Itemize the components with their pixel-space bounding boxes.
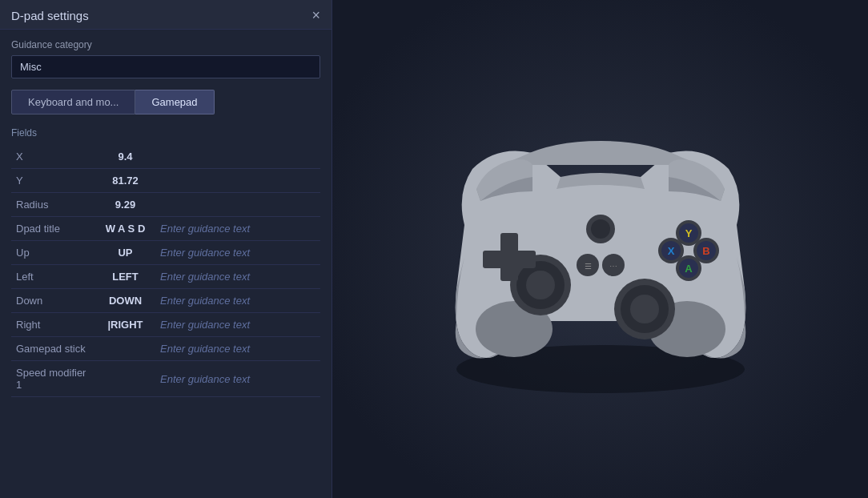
field-name: Dpad title	[11, 217, 95, 241]
field-value[interactable]: 9.4	[95, 145, 155, 169]
field-value[interactable]: UP	[95, 241, 155, 265]
field-guidance[interactable]: Enter guidance text	[155, 313, 320, 337]
svg-point-8	[630, 295, 659, 323]
field-name: Gamepad stick	[11, 337, 95, 361]
close-button[interactable]: ×	[311, 8, 320, 22]
guidance-category-input[interactable]	[11, 55, 320, 78]
field-guidance[interactable]	[155, 145, 320, 169]
tab-gamepad[interactable]: Gamepad	[135, 90, 214, 114]
field-name: Right	[11, 313, 95, 337]
field-guidance[interactable]: Enter guidance text	[155, 265, 320, 289]
fields-table: X9.4Y81.72Radius9.29Dpad titleW A S DEnt…	[11, 145, 320, 397]
table-row: X9.4	[11, 145, 320, 169]
panel-title: D-pad settings	[11, 9, 89, 22]
field-value[interactable]	[95, 337, 155, 361]
table-row: DownDOWNEnter guidance text	[11, 289, 320, 313]
svg-point-16	[591, 219, 610, 239]
table-row: Radius9.29	[11, 193, 320, 217]
field-name: Down	[11, 289, 95, 313]
field-guidance[interactable]: Enter guidance text	[155, 337, 320, 361]
svg-text:Y: Y	[685, 227, 692, 239]
field-name: Speed modifier 1	[11, 361, 95, 397]
svg-rect-10	[483, 251, 536, 268]
field-guidance[interactable]: Enter guidance text	[155, 241, 320, 265]
field-value[interactable]	[95, 361, 155, 397]
field-value[interactable]: LEFT	[95, 265, 155, 289]
table-row: Dpad titleW A S DEnter guidance text	[11, 217, 320, 241]
gamepad-illustration: ☰ ⋯ Y X B A	[392, 97, 809, 401]
svg-text:X: X	[667, 245, 674, 257]
field-name: Y	[11, 169, 95, 193]
field-value[interactable]: DOWN	[95, 289, 155, 313]
table-row: UpUPEnter guidance text	[11, 241, 320, 265]
field-value[interactable]: 81.72	[95, 169, 155, 193]
field-guidance[interactable]: Enter guidance text	[155, 217, 320, 241]
svg-text:⋯: ⋯	[609, 262, 617, 271]
field-guidance[interactable]: Enter guidance text	[155, 361, 320, 397]
field-guidance[interactable]	[155, 169, 320, 193]
tab-group: Keyboard and mo... Gamepad	[11, 90, 320, 114]
table-row: Speed modifier 1Enter guidance text	[11, 361, 320, 397]
field-name: Up	[11, 241, 95, 265]
guidance-category-label: Guidance category	[11, 39, 320, 50]
table-row: Y81.72	[11, 169, 320, 193]
field-guidance[interactable]	[155, 193, 320, 217]
field-name: Left	[11, 265, 95, 289]
table-row: Gamepad stickEnter guidance text	[11, 337, 320, 361]
svg-text:A: A	[685, 263, 693, 275]
field-name: X	[11, 145, 95, 169]
table-row: Right|RIGHTEnter guidance text	[11, 313, 320, 337]
field-value[interactable]: 9.29	[95, 193, 155, 217]
field-name: Radius	[11, 193, 95, 217]
panel-body: Guidance category Keyboard and mo... Gam…	[0, 30, 332, 498]
table-row: LeftLEFTEnter guidance text	[11, 265, 320, 289]
settings-panel: D-pad settings × Guidance category Keybo…	[0, 0, 332, 498]
fields-section-label: Fields	[11, 127, 320, 139]
panel-header: D-pad settings ×	[0, 0, 332, 30]
tab-keyboard[interactable]: Keyboard and mo...	[11, 90, 135, 114]
field-value[interactable]: W A S D	[95, 217, 155, 241]
svg-text:☰: ☰	[584, 262, 591, 271]
field-guidance[interactable]: Enter guidance text	[155, 289, 320, 313]
gamepad-area: ☰ ⋯ Y X B A	[332, 0, 868, 498]
field-value[interactable]: |RIGHT	[95, 313, 155, 337]
svg-text:B: B	[702, 245, 709, 257]
svg-point-5	[526, 271, 555, 299]
